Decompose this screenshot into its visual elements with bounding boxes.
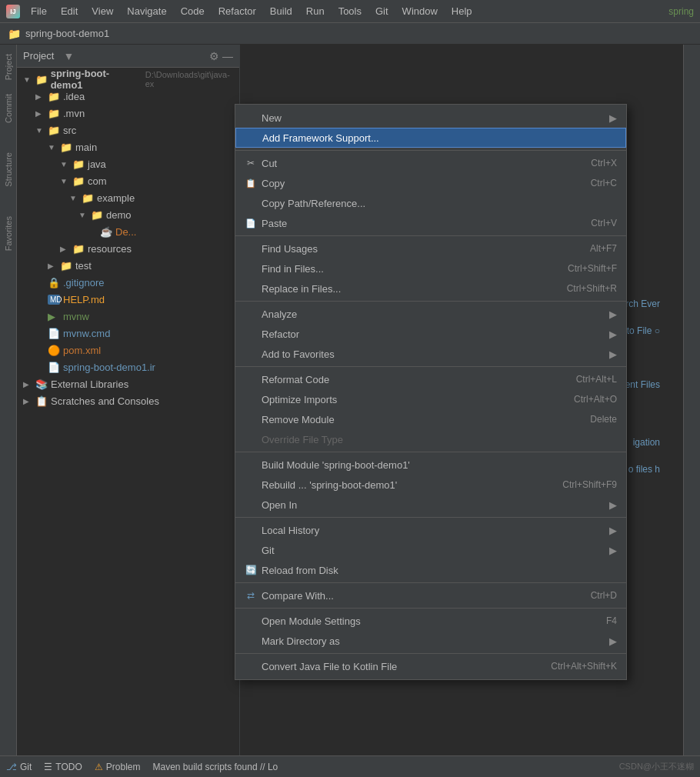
ctx-arrow-analyze: ▶: [609, 308, 617, 320]
ctx-item-git[interactable]: Git ▶: [235, 540, 626, 560]
ctx-item-convert-java-file[interactable]: Convert Java File to Kotlin File Ctrl+Al…: [235, 656, 626, 676]
folder-icon: 📁: [60, 142, 72, 153]
gitignore-icon: 🔒: [48, 277, 60, 288]
tree-item-gitignore[interactable]: 🔒 .gitignore: [17, 274, 239, 291]
tree-arrow: ▼: [60, 160, 69, 168]
ctx-item-refactor[interactable]: Refactor ▶: [235, 324, 626, 344]
ctx-item-optimize-imports[interactable]: Optimize Imports Ctrl+Alt+O: [235, 389, 626, 409]
ctx-item-find-usages[interactable]: Find Usages Alt+F7: [235, 238, 626, 258]
menu-bar: File Edit View Navigate Code Refactor Bu…: [25, 4, 478, 18]
ctx-item-compare-with[interactable]: ⇄ Compare With... Ctrl+D: [235, 585, 626, 605]
ctx-label-copy: Copy: [262, 178, 285, 189]
ctx-item-build-module[interactable]: Build Module 'spring-boot-demo1': [235, 455, 626, 475]
ctx-shortcut-convert: Ctrl+Alt+Shift+K: [551, 661, 617, 672]
ctx-item-local-history[interactable]: Local History ▶: [235, 520, 626, 540]
menu-file[interactable]: File: [25, 4, 53, 18]
warning-icon: ⚠: [95, 762, 103, 772]
sidebar-tab-commit[interactable]: Commit: [2, 88, 15, 129]
csdn-watermark: CSDN@小王不迷糊: [619, 761, 694, 772]
panel-dropdown-arrow[interactable]: ▼: [63, 50, 74, 62]
ctx-item-paste[interactable]: 📄 Paste Ctrl+V: [235, 213, 626, 233]
ctx-arrow-favorites: ▶: [609, 348, 617, 360]
tree-item-src[interactable]: ▼ 📁 src: [17, 122, 239, 138]
tree-item-resources[interactable]: ▶ 📁 resources: [17, 240, 239, 257]
status-todo[interactable]: ☰ TODO: [44, 762, 82, 772]
tree-item-com[interactable]: ▼ 📁 com: [17, 172, 239, 189]
ctx-item-find-in-files[interactable]: Find in Files... Ctrl+Shift+F: [235, 258, 626, 278]
menu-git[interactable]: Git: [369, 4, 395, 18]
ctx-separator-2: [235, 235, 626, 236]
menu-code[interactable]: Code: [175, 4, 211, 18]
tree-item-test[interactable]: ▶ 📁 test: [17, 257, 239, 274]
ctx-shortcut-reformat: Ctrl+Alt+L: [576, 374, 617, 385]
ctx-label-convert-java-file: Convert Java File to Kotlin File: [262, 661, 397, 672]
tree-item-de[interactable]: ☕ De...: [17, 223, 239, 240]
ctx-arrow-new: ▶: [609, 112, 617, 124]
sidebar-tab-favorites[interactable]: Favorites: [2, 210, 15, 257]
menu-help[interactable]: Help: [445, 4, 478, 18]
ctx-icon-reload: 🔄: [245, 565, 257, 575]
ctx-item-new[interactable]: New ▶: [235, 108, 626, 128]
ctx-label-refactor: Refactor: [262, 328, 299, 340]
tree-item-mvn[interactable]: ▶ 📁 .mvn: [17, 105, 239, 122]
ctx-arrow-open-in: ▶: [609, 499, 617, 511]
tree-item-demo[interactable]: ▼ 📁 demo: [17, 206, 239, 223]
tree-arrow: ▼: [60, 177, 69, 185]
menu-refactor[interactable]: Refactor: [212, 4, 262, 18]
sidebar-tab-structure[interactable]: Structure: [2, 146, 15, 193]
menu-navigate[interactable]: Navigate: [121, 4, 172, 18]
ctx-item-add-to-favorites[interactable]: Add to Favorites ▶: [235, 344, 626, 364]
ctx-item-copy[interactable]: 📋 Copy Ctrl+C: [235, 173, 626, 193]
menu-tools[interactable]: Tools: [332, 4, 368, 18]
panel-icon-close[interactable]: —: [222, 50, 233, 62]
ctx-item-mark-directory-as[interactable]: Mark Directory as ▶: [235, 631, 626, 651]
tree-item-spring-iml[interactable]: 📄 spring-boot-demo1.ir: [17, 358, 239, 375]
ctx-icon-compare: ⇄: [245, 590, 257, 601]
ctx-item-rebuild-module[interactable]: Rebuild ... 'spring-boot-demo1' Ctrl+Shi…: [235, 475, 626, 495]
sidebar-tab-project[interactable]: Project: [2, 48, 15, 86]
ctx-icon-copy: 📋: [245, 178, 257, 188]
ctx-item-analyze[interactable]: Analyze ▶: [235, 304, 626, 324]
ctx-separator-6: [235, 517, 626, 518]
tree-item-scratches[interactable]: ▶ 📋 Scratches and Consoles: [17, 392, 239, 409]
ctx-item-open-in[interactable]: Open In ▶: [235, 495, 626, 515]
scratches-icon: 📋: [35, 395, 48, 407]
ctx-arrow-refactor: ▶: [609, 328, 617, 340]
menu-window[interactable]: Window: [396, 4, 444, 18]
tree-arrow: ▶: [35, 109, 45, 118]
ctx-item-add-framework[interactable]: Add Framework Support...: [235, 128, 626, 148]
tree-item-example[interactable]: ▼ 📁 example: [17, 189, 239, 206]
ctx-item-replace-in-files[interactable]: Replace in Files... Ctrl+Shift+R: [235, 278, 626, 298]
tree-label-mvn: .mvn: [63, 108, 85, 119]
ctx-item-open-module-settings[interactable]: Open Module Settings F4: [235, 611, 626, 631]
status-problem[interactable]: ⚠ Problem: [95, 762, 141, 772]
ctx-item-copy-path[interactable]: Copy Path/Reference...: [235, 193, 626, 213]
menu-view[interactable]: View: [85, 4, 119, 18]
ctx-item-reformat-code[interactable]: Reformat Code Ctrl+Alt+L: [235, 369, 626, 389]
tree-arrow: ▶: [23, 380, 32, 388]
status-git[interactable]: ⎇ Git: [6, 762, 32, 772]
tree-item-mvnw[interactable]: ▶ mvnw: [17, 308, 239, 325]
tree-item-java[interactable]: ▼ 📁 java: [17, 155, 239, 172]
tree-item-main[interactable]: ▼ 📁 main: [17, 138, 239, 155]
ctx-arrow-git: ▶: [609, 545, 617, 556]
menu-build[interactable]: Build: [264, 4, 298, 18]
tree-item-mvnw-cmd[interactable]: 📄 mvnw.cmd: [17, 325, 239, 342]
status-todo-label: TODO: [55, 762, 82, 772]
hint-recent-files: ent Files: [625, 379, 660, 390]
ctx-item-cut[interactable]: ✂ Cut Ctrl+X: [235, 153, 626, 173]
tree-item-ext-libs[interactable]: ▶ 📚 External Libraries: [17, 375, 239, 392]
tree-item-help-md[interactable]: MD HELP.md: [17, 291, 239, 308]
app-icon: IJ: [6, 5, 20, 18]
tree-label-java: java: [88, 158, 106, 170]
project-panel-header: Project ▼ ⚙ —: [17, 45, 239, 68]
panel-icon-settings[interactable]: ⚙: [209, 50, 219, 62]
menu-run[interactable]: Run: [300, 4, 331, 18]
menu-edit[interactable]: Edit: [55, 4, 84, 18]
tree-item-root[interactable]: ▼ 📁 spring-boot-demo1 D:\Downloads\git\j…: [17, 71, 239, 88]
ctx-item-remove-module[interactable]: Remove Module Delete: [235, 409, 626, 429]
ctx-item-reload-from-disk[interactable]: 🔄 Reload from Disk: [235, 560, 626, 580]
tree-item-pom-xml[interactable]: 🟠 pom.xml: [17, 342, 239, 358]
ctx-shortcut-copy: Ctrl+C: [591, 178, 617, 188]
folder-icon: 📁: [48, 108, 60, 119]
